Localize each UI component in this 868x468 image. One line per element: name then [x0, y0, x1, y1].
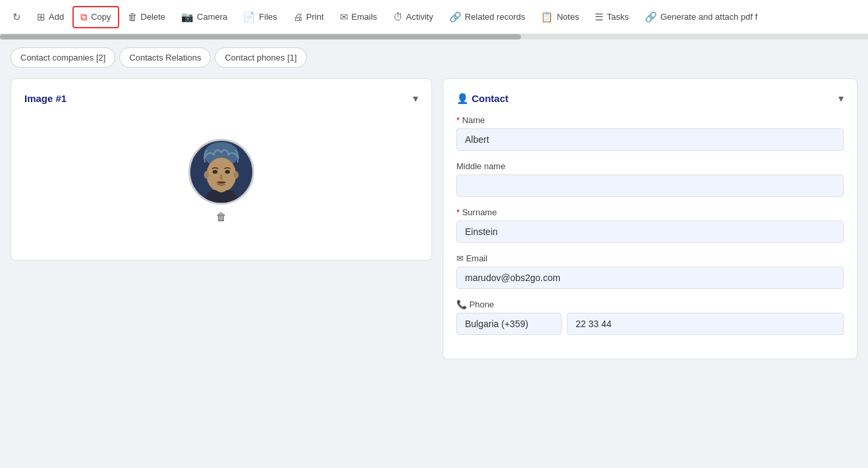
phone-row [456, 313, 844, 335]
contact-card-header: 👤 Contact ▾ [456, 92, 844, 105]
name-field-group: Name [456, 115, 844, 151]
emails-icon: ✉ [340, 11, 348, 23]
camera-button[interactable]: 📷 Camera [174, 7, 234, 28]
middle-name-label: Middle name [456, 161, 844, 171]
surname-input[interactable] [456, 221, 844, 243]
svg-point-5 [204, 171, 209, 178]
tabs-bar: Contact companies [2] Contacts Relations… [0, 39, 868, 68]
tab-contact-phones[interactable]: Contact phones [1] [215, 47, 306, 68]
delete-icon: 🗑 [128, 11, 138, 22]
surname-label: Surname [456, 207, 844, 217]
phone-country-input[interactable] [456, 313, 562, 335]
name-input[interactable] [456, 128, 844, 151]
avatar-container: 🗑 [188, 139, 254, 223]
tab-contact-companies[interactable]: Contact companies [2] [11, 47, 115, 68]
copy-button[interactable]: ⧉ Copy [72, 6, 119, 28]
contact-card-title: 👤 Contact [456, 93, 508, 105]
refresh-button[interactable]: ↻ [5, 7, 28, 28]
image-collapse-button[interactable]: ▾ [413, 92, 418, 105]
phone-icon: 📞 [456, 299, 470, 309]
phone-label: 📞 Phone [456, 299, 844, 309]
copy-icon: ⧉ [80, 11, 88, 23]
refresh-icon: ↻ [13, 11, 21, 23]
image-area: 🗑 [24, 115, 418, 247]
left-panel: Image #1 ▾ [11, 78, 432, 466]
image-card-title: Image #1 [24, 93, 67, 104]
email-icon: ✉ [456, 253, 466, 263]
middle-name-field-group: Middle name [456, 161, 844, 197]
notes-icon: 📋 [541, 11, 553, 23]
contact-collapse-button[interactable]: ▾ [838, 92, 844, 105]
print-icon: 🖨 [293, 11, 303, 22]
related-records-button[interactable]: 🔗 Related records [442, 7, 533, 28]
phone-field-group: 📞 Phone [456, 299, 844, 335]
avatar-delete-button[interactable]: 🗑 [216, 211, 227, 223]
delete-button[interactable]: 🗑 Delete [121, 7, 173, 27]
add-icon: ⊞ [37, 11, 45, 23]
toolbar-scrollbar-track[interactable] [0, 34, 868, 39]
activity-button[interactable]: ⏱ Activity [386, 7, 441, 27]
files-button[interactable]: 📄 Files [236, 7, 284, 28]
avatar-image [190, 139, 252, 205]
svg-point-3 [213, 170, 218, 174]
generate-icon: 🔗 [645, 11, 657, 23]
print-button[interactable]: 🖨 Print [286, 7, 331, 27]
middle-name-input[interactable] [456, 174, 844, 197]
image-card: Image #1 ▾ [11, 78, 432, 261]
surname-field-group: Surname [456, 207, 844, 243]
phone-number-input[interactable] [567, 313, 844, 335]
svg-point-4 [225, 170, 231, 174]
tasks-button[interactable]: ☰ Tasks [587, 7, 636, 28]
emails-button[interactable]: ✉ Emails [333, 7, 385, 28]
svg-point-6 [234, 171, 239, 178]
generate-button[interactable]: 🔗 Generate and attach pdf f [637, 7, 765, 28]
contact-card: 👤 Contact ▾ Name Middle name Surname [443, 78, 857, 359]
contact-icon: 👤 [456, 93, 472, 104]
add-button[interactable]: ⊞ Add [30, 7, 71, 28]
email-field-group: ✉ Email [456, 253, 844, 289]
email-input[interactable] [456, 267, 844, 289]
camera-icon: 📷 [181, 11, 194, 23]
email-label: ✉ Email [456, 253, 844, 263]
name-label: Name [456, 115, 844, 125]
toolbar: ↻ ⊞ Add ⧉ Copy 🗑 Delete 📷 Camera 📄 Files… [0, 0, 868, 34]
tab-contacts-relations[interactable]: Contacts Relations [119, 47, 211, 68]
related-records-icon: 🔗 [449, 11, 462, 23]
files-icon: 📄 [243, 11, 256, 23]
activity-icon: ⏱ [393, 11, 403, 22]
avatar [188, 139, 254, 205]
toolbar-scrollbar-thumb[interactable] [0, 34, 521, 39]
image-card-header: Image #1 ▾ [24, 92, 418, 105]
main-content: Image #1 ▾ [0, 68, 868, 468]
tasks-icon: ☰ [595, 11, 603, 23]
notes-button[interactable]: 📋 Notes [533, 7, 586, 28]
right-panel: 👤 Contact ▾ Name Middle name Surname [443, 78, 857, 466]
